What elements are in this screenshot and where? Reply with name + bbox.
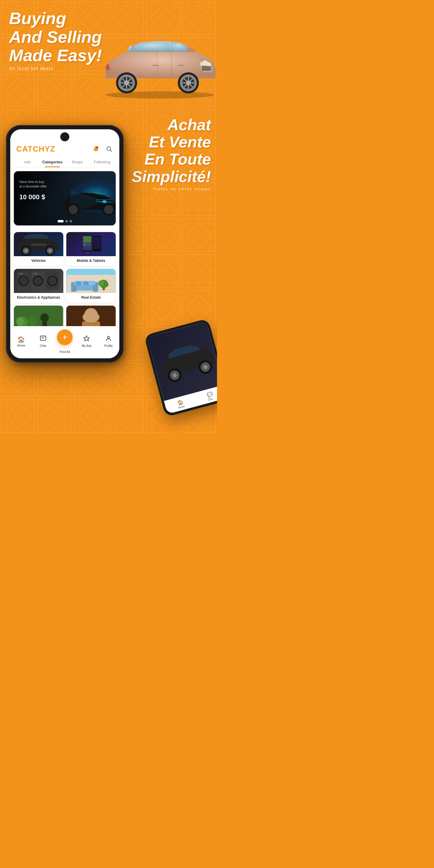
svg-rect-36 [152, 65, 158, 66]
phone-outer: CATCHYZ [6, 125, 124, 363]
svg-point-80 [49, 277, 56, 284]
svg-rect-87 [76, 281, 82, 285]
post-ad-button[interactable]: + [57, 330, 73, 345]
category-realestate[interactable]: Real Estate [66, 269, 116, 303]
dot-2 [65, 220, 68, 222]
dot-3 [70, 220, 72, 222]
svg-point-55 [49, 249, 52, 252]
promo-banner[interactable]: Have time to buy at a favorable offer 10… [14, 171, 116, 225]
electronics-image [14, 269, 63, 293]
search-icon[interactable] [105, 145, 113, 153]
secondary-phone: 🏠 Home 💬 Cha... [144, 318, 217, 417]
category-vehicles[interactable]: Vehicles [14, 232, 63, 266]
hero-fr-line1: Achat [132, 116, 211, 133]
svg-point-92 [104, 282, 108, 287]
svg-point-98 [28, 316, 37, 326]
header-icons [92, 145, 113, 153]
hero-fr-line2: Et Vente [132, 133, 211, 151]
bottom-nav: 🏠 Home Chat [10, 326, 119, 358]
realestate-image [66, 269, 116, 293]
app-logo: CATCHYZ [16, 144, 55, 154]
dot-1 [58, 220, 64, 222]
nav-chat[interactable]: Chat [32, 335, 54, 347]
banner-price: 10 000 $ [19, 193, 47, 201]
profile-icon [105, 335, 112, 343]
svg-rect-56 [31, 244, 46, 246]
hero-french: Achat Et Vente En Toute Simplicité! Tout… [132, 116, 211, 191]
secondary-phone-content [147, 321, 217, 401]
secondary-nav-chat[interactable]: 💬 Cha... [206, 391, 215, 401]
category-grid: Vehicles [10, 229, 119, 306]
nav-tabs: Ads Categories Shops Following [10, 157, 119, 167]
svg-rect-105 [40, 336, 45, 341]
mobile-label: Mobile & Tablets [66, 256, 116, 266]
svg-point-52 [24, 249, 27, 252]
svg-point-74 [34, 277, 41, 284]
nav-profile[interactable]: Profile [98, 335, 119, 347]
vehicles-label: Vehicles [14, 256, 63, 266]
camera-notch [60, 132, 69, 141]
svg-rect-88 [83, 281, 89, 285]
car-image [96, 30, 217, 115]
svg-rect-60 [83, 236, 91, 242]
chat-label: Chat [40, 344, 46, 347]
home-label: Home [17, 344, 25, 347]
category-electronics[interactable]: Electronics & Appliances [14, 269, 63, 303]
electronics-label: Electronics & Appliances [14, 293, 63, 303]
category-mobile[interactable]: Mobile & Tablets [66, 232, 116, 266]
hero-subtitle-fr: Toutes les offres locales [132, 187, 211, 191]
tab-ads[interactable]: Ads [15, 157, 40, 167]
nav-post-ad[interactable]: + Post Ad [54, 330, 76, 353]
svg-rect-62 [87, 243, 91, 246]
svg-rect-37 [178, 65, 184, 66]
hero-title-line1: Buying [9, 9, 208, 28]
post-ad-label: Post Ad [60, 350, 70, 353]
svg-point-99 [40, 313, 49, 322]
nav-home[interactable]: 🏠 Home [10, 336, 32, 347]
chat-icon [40, 335, 46, 343]
svg-rect-70 [21, 273, 22, 274]
hero-fr-line4: Simplicité! [132, 168, 211, 185]
secondary-phone-outer: 🏠 Home 💬 Cha... [144, 318, 217, 417]
svg-rect-61 [83, 243, 87, 246]
tab-categories[interactable]: Categories [40, 157, 65, 167]
tab-shops[interactable]: Shops [65, 157, 90, 167]
vehicles-image [14, 232, 63, 256]
svg-rect-76 [36, 273, 37, 274]
svg-rect-75 [33, 273, 35, 274]
tab-following[interactable]: Following [90, 157, 115, 167]
svg-rect-19 [202, 69, 211, 70]
svg-point-96 [16, 317, 24, 326]
svg-rect-18 [202, 67, 211, 68]
svg-line-41 [110, 150, 112, 152]
svg-point-38 [96, 151, 96, 152]
svg-rect-64 [93, 237, 101, 249]
banner-subtitle: Have time to buy [19, 180, 47, 184]
profile-label: Profile [104, 344, 113, 347]
nav-my-ads[interactable]: My Ads [76, 335, 97, 347]
svg-point-104 [83, 312, 99, 322]
secondary-home-icon: 🏠 [177, 399, 184, 406]
my-ads-label: My Ads [82, 344, 92, 347]
home-icon: 🏠 [18, 336, 25, 343]
hero-fr-line3: En Toute [132, 151, 211, 168]
secondary-phone-screen: 🏠 Home 💬 Cha... [147, 321, 217, 414]
svg-point-48 [104, 205, 113, 214]
svg-point-68 [20, 277, 27, 284]
svg-point-14 [105, 91, 214, 98]
my-ads-icon [83, 335, 90, 343]
svg-point-109 [107, 336, 110, 338]
realestate-label: Real Estate [66, 293, 116, 303]
svg-rect-69 [18, 273, 21, 274]
main-phone: CATCHYZ [6, 125, 124, 363]
banner-subtitle2: at a favorable offer [19, 184, 47, 189]
secondary-nav-home[interactable]: 🏠 Home [176, 399, 185, 409]
svg-marker-108 [84, 336, 89, 341]
svg-rect-59 [85, 252, 89, 253]
notification-icon[interactable] [92, 145, 100, 153]
svg-point-39 [96, 147, 98, 149]
secondary-chat-icon: 💬 [206, 391, 213, 398]
svg-point-46 [69, 205, 78, 214]
svg-point-91 [98, 280, 104, 286]
banner-text: Have time to buy at a favorable offer 10… [19, 180, 47, 201]
